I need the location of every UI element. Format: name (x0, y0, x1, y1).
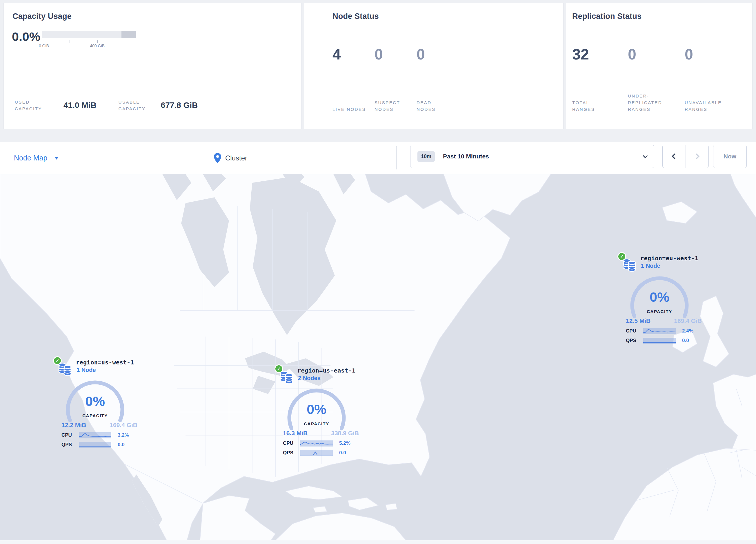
region-marker-eu-west-1[interactable]: ✓ region=eu-west-1 1 Node 0% CAPACITY 12… (618, 253, 705, 349)
cpu-value: 2.4% (682, 328, 693, 334)
region-label: region=us-east-1 (297, 367, 356, 374)
now-button[interactable]: Now (713, 145, 747, 168)
axis-tick (125, 40, 125, 43)
view-selector-label: Node Map (14, 154, 47, 162)
used-capacity: 12.5 MiB (626, 318, 650, 325)
cpu-value: 5.2% (339, 440, 350, 446)
replication-status-card: Replication Status 32 TOTAL RANGES 0 UND… (566, 3, 753, 129)
capacity-percent: 0% (630, 289, 688, 305)
qps-label: QPS (61, 442, 75, 448)
capacity-label: CAPACITY (288, 421, 346, 426)
used-capacity: 12.2 MiB (61, 422, 86, 429)
usable-capacity: 338.9 GiB (331, 430, 359, 437)
time-range-dropdown[interactable]: 10m Past 10 Minutes (410, 145, 654, 168)
database-icon (622, 258, 637, 272)
usable-capacity-label: USABLE CAPACITY (119, 99, 153, 112)
axis-tick (70, 40, 70, 43)
qps-label: QPS (626, 338, 640, 344)
usable-capacity: 169.4 GiB (674, 318, 702, 325)
dead-nodes-count: 0 (417, 46, 425, 63)
node-map-canvas[interactable]: ✓ region=us-west-1 1 Node 0% CAPACITY 12… (0, 174, 756, 540)
breadcrumb-label: Cluster (225, 154, 247, 162)
database-icon (279, 371, 294, 385)
usable-capacity-value: 677.8 GiB (161, 101, 198, 110)
unavailable-ranges-count: 0 (685, 46, 693, 63)
usable-capacity: 169.4 GiB (110, 422, 137, 429)
capacity-usage-card: Capacity Usage 0.0% 0 GiB 400 GiB USED C… (3, 3, 301, 129)
cpu-sparkline (643, 328, 676, 334)
step-forward-button[interactable] (686, 145, 709, 168)
qps-value: 0.0 (118, 442, 125, 448)
capacity-gauge: 0.0% 0 GiB 400 GiB (12, 30, 136, 43)
node-count-link[interactable]: 1 Node (641, 262, 660, 269)
node-count-link[interactable]: 2 Nodes (298, 375, 321, 382)
cpu-label: CPU (61, 432, 75, 438)
capacity-usage-title: Capacity Usage (12, 12, 72, 21)
chevron-left-icon (672, 153, 677, 159)
axis-tick (97, 40, 98, 43)
map-footer-strip (0, 540, 756, 544)
capacity-percent: 0% (66, 393, 124, 409)
used-capacity-value: 41.0 MiB (63, 101, 97, 110)
unavailable-ranges-label: UNAVAILABLE RANGES (685, 99, 728, 113)
time-step-buttons (662, 145, 709, 168)
live-nodes-label: LIVE NODES (332, 106, 367, 113)
live-nodes-count: 4 (332, 46, 341, 63)
capacity-label: CAPACITY (66, 413, 124, 418)
cpu-label: CPU (283, 440, 297, 446)
location-pin-icon (214, 153, 221, 163)
capacity-label: CAPACITY (630, 309, 688, 314)
cpu-value: 3.2% (118, 432, 129, 438)
time-range-badge: 10m (417, 151, 435, 162)
cpu-sparkline (300, 440, 333, 447)
used-capacity-label: USED CAPACITY (15, 99, 49, 112)
under-replicated-label: UNDER-REPLICATED RANGES (628, 92, 671, 113)
qps-sparkline (300, 450, 333, 456)
time-range-label: Past 10 Minutes (443, 153, 489, 160)
qps-value: 0.0 (339, 450, 346, 456)
capacity-bar-other-segment (121, 31, 136, 38)
chevron-down-icon (54, 157, 59, 159)
capacity-bar (42, 31, 136, 38)
suspect-nodes-label: SUSPECT NODES (375, 99, 409, 113)
capacity-percent: 0% (288, 401, 346, 417)
axis-tick-label: 0 GiB (39, 43, 49, 48)
cpu-label: CPU (626, 328, 640, 334)
suspect-nodes-count: 0 (375, 46, 383, 63)
used-capacity: 16.3 MiB (283, 430, 308, 437)
dead-nodes-label: DEAD NODES (417, 99, 451, 113)
summary-bar: Capacity Usage 0.0% 0 GiB 400 GiB USED C… (3, 3, 753, 129)
island-puerto-rico (386, 503, 397, 510)
chevron-right-icon (694, 153, 699, 159)
capacity-percent: 0.0% (12, 30, 42, 43)
step-back-button[interactable] (663, 145, 686, 168)
qps-label: QPS (283, 450, 297, 456)
node-status-card: Node Status 4 LIVE NODES 0 SUSPECT NODES… (304, 3, 564, 129)
view-selector-dropdown[interactable]: Node Map (14, 142, 59, 174)
map-toolbar: Node Map Cluster 10m Past 10 Minutes Now (0, 142, 756, 174)
node-count-link[interactable]: 1 Node (77, 367, 96, 374)
qps-sparkline (79, 442, 111, 448)
region-label: region=eu-west-1 (640, 255, 699, 262)
chevron-down-icon (643, 153, 648, 158)
qps-sparkline (643, 338, 676, 344)
total-ranges-label: TOTAL RANGES (572, 99, 610, 113)
region-marker-us-west-1[interactable]: ✓ region=us-west-1 1 Node 0% CAPACITY 12… (54, 357, 141, 453)
region-marker-us-east-1[interactable]: ✓ region=us-east-1 2 Nodes 0% CAPACITY 1… (275, 365, 362, 461)
axis-tick-label: 400 GiB (90, 43, 105, 48)
axis-tick (42, 40, 42, 43)
qps-value: 0.0 (682, 338, 689, 344)
region-label: region=us-west-1 (76, 359, 134, 366)
toolbar-divider (396, 146, 397, 169)
breadcrumb[interactable]: Cluster (214, 142, 247, 174)
database-icon (58, 362, 72, 376)
cpu-sparkline (79, 432, 111, 438)
under-replicated-count: 0 (628, 46, 636, 63)
total-ranges-count: 32 (572, 46, 589, 63)
